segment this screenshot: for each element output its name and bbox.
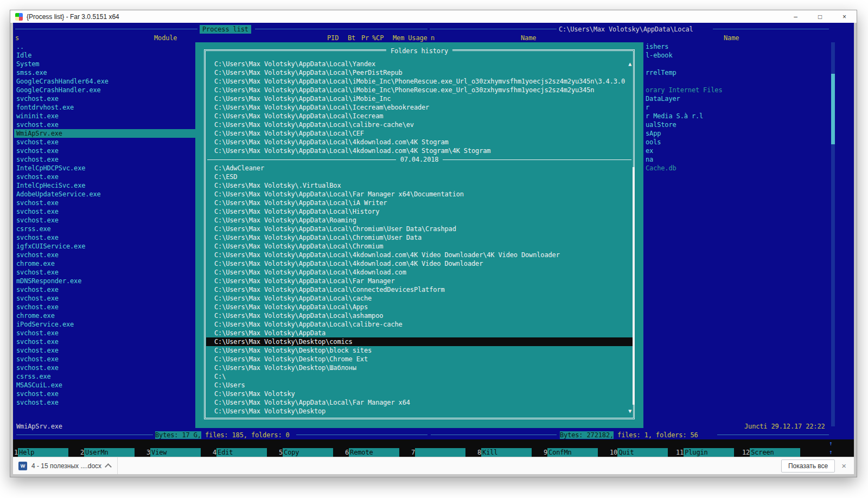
fkey-12-button[interactable]: 12Screen bbox=[742, 448, 800, 457]
command-line[interactable]: ↑ bbox=[13, 439, 854, 448]
process-row[interactable]: svchost.exe bbox=[14, 329, 195, 337]
history-item[interactable]: C:\Users\Max Volotsky\AppData\Local\4kdo… bbox=[206, 268, 633, 277]
process-row[interactable]: svchost.exe bbox=[14, 199, 195, 207]
history-item[interactable]: C:\Users\Max Volotsky\AppData\Local\iMob… bbox=[206, 77, 633, 86]
file-item-fragment[interactable]: DataLayer bbox=[646, 94, 680, 103]
process-row[interactable]: svchost.exe bbox=[14, 94, 195, 103]
file-item-fragment[interactable]: Cache.db bbox=[646, 164, 676, 173]
history-item[interactable]: C:\ESD bbox=[206, 173, 633, 181]
history-item[interactable]: C:\Users\Max Volotsky\Desktop\Шаблоны bbox=[206, 363, 633, 372]
history-item[interactable]: C:\Users\Max Volotsky\AppData\Local\Conn… bbox=[206, 285, 633, 294]
process-row[interactable]: svchost.exe bbox=[14, 155, 195, 164]
fkey-7-button[interactable]: 7 bbox=[411, 448, 465, 457]
process-row[interactable]: svchost.exe bbox=[14, 363, 195, 372]
history-item[interactable]: C:\Users\Max Volotsky\Desktop\block site… bbox=[206, 346, 633, 355]
history-item[interactable]: C:\Users\Max Volotsky bbox=[206, 390, 633, 398]
process-row[interactable]: IntelCpHeciSvc.exe bbox=[14, 181, 195, 190]
history-item[interactable]: C:\Users\Max Volotsky\AppData\Local\Far … bbox=[206, 190, 633, 199]
process-row[interactable]: svchost.exe bbox=[14, 207, 195, 216]
fkey-8-button[interactable]: 8Kill bbox=[477, 448, 532, 457]
history-item[interactable]: C:\Users\Max Volotsky\AppData\Local\4kdo… bbox=[206, 251, 633, 259]
process-row[interactable]: GoogleCrashHandler.exe bbox=[14, 86, 195, 94]
process-row[interactable]: Idle bbox=[14, 51, 195, 60]
process-row[interactable]: svchost.exe bbox=[14, 390, 195, 398]
process-row[interactable]: chrome.exe bbox=[14, 311, 195, 320]
process-row[interactable]: smss.exe bbox=[14, 68, 195, 77]
fkey-4-button[interactable]: 4Edit bbox=[213, 448, 267, 457]
history-item[interactable]: C:\Users\Max Volotsky\AppData bbox=[206, 329, 633, 337]
history-item[interactable]: C:\Users\Max Volotsky\AppData\Local\cach… bbox=[206, 294, 633, 303]
history-item[interactable]: C:\Users\Max Volotsky\AppData\Local\Far … bbox=[206, 398, 633, 407]
file-item-fragment[interactable]: ualStore bbox=[646, 120, 676, 129]
process-row[interactable]: svchost.exe bbox=[14, 355, 195, 363]
history-item[interactable]: C:\Users\Max Volotsky\AppData\Local\cali… bbox=[206, 120, 633, 129]
history-item[interactable]: C:\Users\Max Volotsky\AppData\Local\cali… bbox=[206, 320, 633, 329]
dialog-scrollbar-thumb[interactable] bbox=[633, 167, 634, 405]
process-row[interactable]: iPodService.exe bbox=[14, 320, 195, 329]
file-item-fragment[interactable]: ex bbox=[646, 146, 653, 155]
history-item[interactable]: C:\Users\Max Volotsky\AppData\Local\Peer… bbox=[206, 68, 633, 77]
maximize-button[interactable]: □ bbox=[808, 10, 832, 23]
file-item-fragment[interactable]: ools bbox=[646, 138, 661, 146]
left-panel-title[interactable]: Process list bbox=[200, 25, 251, 34]
history-item[interactable]: C:\ bbox=[206, 372, 633, 381]
history-item[interactable]: C:\Users\Max Volotsky\AppData\Local\Far … bbox=[206, 277, 633, 285]
file-item-fragment[interactable]: orary Internet Files bbox=[646, 86, 723, 94]
chevron-up-icon[interactable] bbox=[105, 463, 112, 470]
process-row[interactable]: svchost.exe bbox=[14, 233, 195, 242]
process-row[interactable]: IntelCpHDCPSvc.exe bbox=[14, 164, 195, 173]
process-row[interactable]: AdobeUpdateService.exe bbox=[14, 190, 195, 199]
process-row[interactable]: svchost.exe bbox=[14, 146, 195, 155]
history-item[interactable]: C:\Users\Max Volotsky\AppData\Local\4kdo… bbox=[206, 259, 633, 268]
process-row[interactable]: svchost.exe bbox=[14, 216, 195, 225]
process-row-cursor[interactable]: WmiApSrv.exe bbox=[14, 129, 195, 138]
history-item[interactable]: C:\Users\Max Volotsky\AppData\Local\Hist… bbox=[206, 207, 633, 216]
fkey-9-button[interactable]: 9ConfMn bbox=[544, 448, 598, 457]
process-row[interactable]: svchost.exe bbox=[14, 294, 195, 303]
file-item-fragment[interactable]: sApp bbox=[646, 129, 661, 138]
history-item[interactable]: C:\Users\Max Volotsky\AppData\Local\Chro… bbox=[206, 242, 633, 251]
process-row[interactable]: svchost.exe bbox=[14, 120, 195, 129]
history-item[interactable]: C:\AdwCleaner bbox=[206, 164, 633, 173]
process-row[interactable]: svchost.exe bbox=[14, 251, 195, 259]
fkey-1-button[interactable]: 1Help bbox=[14, 448, 68, 457]
file-item-fragment[interactable]: ishers bbox=[646, 42, 668, 51]
process-row[interactable]: svchost.exe bbox=[14, 337, 195, 346]
scroll-down-arrow-icon[interactable]: ▼ bbox=[628, 407, 631, 416]
history-item[interactable]: C:\Users\Max Volotsky\AppData\Local\asha… bbox=[206, 311, 633, 320]
history-item[interactable]: C:\Users\Max Volotsky\AppData\Roaming bbox=[206, 216, 633, 225]
process-row[interactable]: System bbox=[14, 60, 195, 68]
process-row[interactable]: svchost.exe bbox=[14, 173, 195, 181]
history-item[interactable]: C:\Users\Max Volotsky\AppData\Local\Yand… bbox=[206, 60, 633, 68]
titlebar[interactable]: {Process list} - Far 3.0.5151 x64 – □ × bbox=[10, 10, 857, 23]
right-panel-path-title[interactable]: C:\Users\Max Volotsky\AppData\Local bbox=[559, 25, 693, 34]
process-row[interactable]: mDNSResponder.exe bbox=[14, 277, 195, 285]
process-row[interactable]: csrss.exe bbox=[14, 225, 195, 233]
process-row[interactable]: .. bbox=[14, 42, 195, 51]
process-row[interactable]: csrss.exe bbox=[14, 372, 195, 381]
history-item-selected[interactable]: C:\Users\Max Volotsky\Desktop\comics bbox=[206, 337, 633, 346]
history-item[interactable]: C:\Users\Max Volotsky\Desktop\Chrome Ext bbox=[206, 355, 633, 363]
history-item[interactable]: C:\Users\Max Volotsky\AppData\Local\Icec… bbox=[206, 103, 633, 112]
scroll-up-arrow-icon[interactable]: ▲ bbox=[628, 60, 631, 68]
fkey-11-button[interactable]: 11Plugin bbox=[676, 448, 734, 457]
file-item-fragment[interactable]: r bbox=[646, 103, 649, 112]
history-item[interactable]: C:\Users bbox=[206, 381, 633, 390]
process-row[interactable]: svchost.exe bbox=[14, 138, 195, 146]
process-row[interactable]: GoogleCrashHandler64.exe bbox=[14, 77, 195, 86]
process-row[interactable]: svchost.exe bbox=[14, 398, 195, 407]
process-row[interactable]: MSASCuiL.exe bbox=[14, 381, 195, 390]
file-item-fragment[interactable]: r Media S.à r.l bbox=[646, 112, 703, 120]
history-item[interactable]: C:\Users\Max Volotsky\AppData\Local\Icec… bbox=[206, 112, 633, 120]
history-item[interactable]: C:\Users\Max Volotsky\.VirtualBox bbox=[206, 181, 633, 190]
process-row[interactable]: wininit.exe bbox=[14, 112, 195, 120]
fkey-2-button[interactable]: 2UserMn bbox=[80, 448, 135, 457]
history-item[interactable]: C:\Users\Max Volotsky\AppData\Local\iA W… bbox=[206, 199, 633, 207]
fkey-10-button[interactable]: 10Quit bbox=[610, 448, 668, 457]
history-item[interactable]: C:\Users\Max Volotsky\AppData\Local\CEF bbox=[206, 129, 633, 138]
history-item[interactable]: C:\Users\Max Volotsky\AppData\Local\Chro… bbox=[206, 233, 633, 242]
process-row[interactable]: chrome.exe bbox=[14, 259, 195, 268]
history-item[interactable]: C:\Users\Max Volotsky\AppData\Local\4kdo… bbox=[206, 146, 633, 155]
history-item[interactable]: C:\Users\Max Volotsky\AppData\Local\iMob… bbox=[206, 86, 633, 94]
history-item[interactable]: C:\Users\Max Volotsky\AppData\Local\Apps bbox=[206, 303, 633, 311]
